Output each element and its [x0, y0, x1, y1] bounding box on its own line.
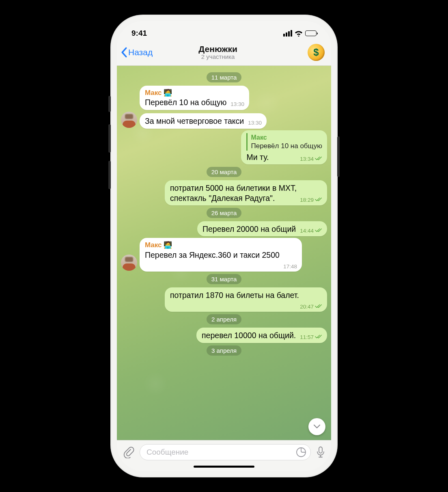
wifi-icon [295, 30, 303, 37]
chat-title-area[interactable]: Денюжки 2 участника [128, 44, 308, 60]
phone-frame: 9:41 Назад Денюжки 2 участника [110, 15, 338, 477]
message-bubble-incoming[interactable]: За мной четверговое такси 13:30 [140, 113, 267, 128]
status-time: 9:41 [131, 29, 147, 38]
message-bubble-outgoing[interactable]: Перевел 20000 на общий 14:44 [197, 221, 327, 236]
stickers-button[interactable] [296, 447, 306, 457]
voice-message-button[interactable] [316, 446, 325, 458]
read-checks-icon [315, 304, 322, 311]
volume-up-button [108, 124, 111, 153]
message-row: За мной четверговое такси 13:30 [121, 112, 327, 129]
message-bubble-outgoing[interactable]: перевел 10000 на общий. 11:57 [196, 328, 327, 343]
message-text: За мной четверговое такси [145, 117, 244, 125]
avatar-glyph: $ [313, 47, 319, 58]
message-time: 20:47 [300, 304, 314, 311]
input-placeholder: Сообщение [146, 448, 188, 457]
message-row: перевел 10000 на общий. 11:57 [121, 328, 327, 343]
message-bubble-incoming[interactable]: Макс🧑‍💻 Перевёл 10 на общую 13:30 [140, 86, 249, 110]
message-row: Макс Перевёл 10 на общую Ми ту. 13:34 [121, 130, 327, 165]
chat-avatar[interactable]: $ [308, 44, 325, 61]
message-list: 11 марта Макс🧑‍💻 Перевёл 10 на общую 13:… [121, 72, 327, 356]
date-separator: 2 апреля [207, 314, 241, 324]
message-row: Перевел 20000 на общий 14:44 [121, 221, 327, 236]
message-text: перевел 10000 на общий. [202, 331, 296, 340]
chat-background[interactable]: 11 марта Макс🧑‍💻 Перевёл 10 на общую 13:… [117, 66, 331, 440]
read-checks-icon [315, 156, 322, 163]
volume-down-button [108, 161, 111, 189]
message-time: 13:34 [300, 156, 314, 163]
message-time: 11:57 [300, 334, 314, 341]
sticker-icon [296, 447, 306, 457]
read-checks-icon [315, 228, 322, 235]
status-bar: 9:41 [117, 21, 331, 41]
message-text: потратил 5000 на билетики в МХТ, спектак… [170, 183, 297, 202]
screen: 9:41 Назад Денюжки 2 участника [117, 21, 331, 471]
chevron-down-icon [313, 424, 321, 429]
message-time: 17:48 [283, 263, 297, 270]
sender-name: Макс🧑‍💻 [145, 88, 244, 97]
reply-text: Перевёл 10 на общую [251, 142, 322, 150]
message-text: Ми ту. [246, 153, 269, 162]
battery-icon [305, 30, 317, 36]
attach-button[interactable] [123, 446, 135, 458]
date-separator: 26 марта [207, 208, 242, 218]
message-bubble-outgoing[interactable]: потратил 5000 на билетики в МХТ, спектак… [165, 180, 327, 205]
message-bubble-outgoing[interactable]: потратил 1870 на билеты на балет. 20:47 [165, 287, 327, 312]
svg-rect-1 [319, 447, 322, 453]
message-time: 18:29 [300, 197, 314, 204]
chat-header: Назад Денюжки 2 участника $ [117, 41, 331, 66]
message-input[interactable]: Сообщение [140, 444, 311, 460]
date-separator: 11 марта [207, 72, 242, 82]
message-text: Перевел за Яндекс.360 и такси 2500 [145, 250, 280, 259]
message-bubble-incoming[interactable]: Макс🧑‍💻 Перевел за Яндекс.360 и такси 25… [140, 238, 302, 272]
power-button [337, 136, 340, 177]
home-indicator[interactable] [194, 466, 254, 468]
sender-avatar[interactable] [121, 112, 137, 128]
message-time: 13:30 [248, 120, 262, 127]
message-text: Перевёл 10 на общую [145, 98, 226, 107]
chat-subtitle: 2 участника [128, 53, 308, 60]
read-checks-icon [315, 334, 322, 341]
message-time: 14:44 [300, 228, 314, 235]
message-row: потратил 5000 на билетики в МХТ, спектак… [121, 180, 327, 205]
message-row: потратил 1870 на билеты на балет. 20:47 [121, 287, 327, 312]
date-separator: 20 марта [207, 167, 242, 177]
message-text: Перевел 20000 на общий [202, 224, 296, 233]
side-button [108, 96, 111, 112]
microphone-icon [316, 446, 325, 458]
message-row: Макс🧑‍💻 Перевёл 10 на общую 13:30 [121, 86, 327, 110]
paperclip-icon [123, 446, 135, 458]
status-indicators [283, 30, 317, 37]
chat-title: Денюжки [128, 44, 308, 54]
sender-avatar[interactable] [121, 255, 137, 271]
message-row: Макс🧑‍💻 Перевел за Яндекс.360 и такси 25… [121, 238, 327, 272]
read-checks-icon [315, 197, 322, 204]
sender-name: Макс🧑‍💻 [145, 241, 297, 249]
reply-preview[interactable]: Макс Перевёл 10 на общую [246, 133, 322, 151]
message-text: потратил 1870 на билеты на балет. [170, 291, 299, 300]
scroll-to-bottom-button[interactable] [308, 418, 325, 435]
message-time: 13:30 [230, 101, 244, 108]
cellular-signal-icon [283, 30, 292, 37]
date-separator: 31 марта [207, 274, 242, 284]
chevron-left-icon [121, 47, 127, 58]
reply-sender: Макс [251, 134, 322, 142]
message-bubble-outgoing[interactable]: Макс Перевёл 10 на общую Ми ту. 13:34 [241, 130, 327, 165]
date-separator: 3 апреля [207, 345, 241, 356]
